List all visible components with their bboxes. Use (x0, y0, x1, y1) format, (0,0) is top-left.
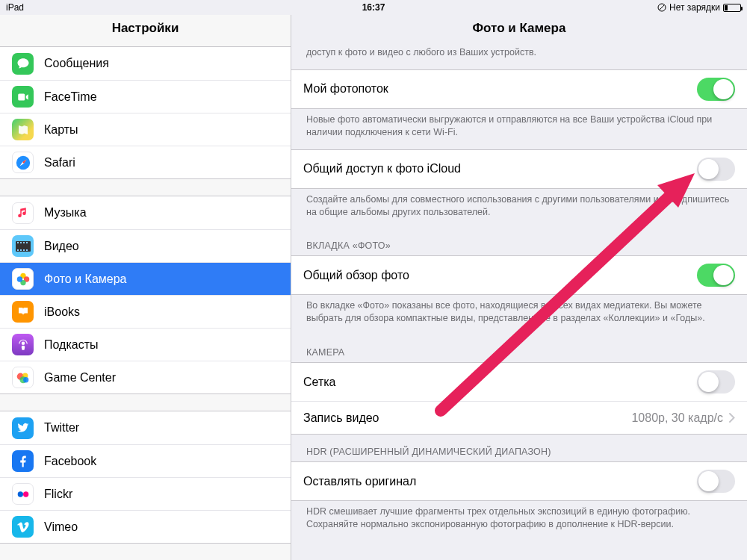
svg-point-16 (16, 276, 22, 281)
svg-rect-6 (20, 242, 22, 243)
ibooks-icon (12, 301, 34, 323)
photostream-row[interactable]: Мой фотопоток (291, 70, 747, 108)
sidebar-item-label: Карты (44, 123, 78, 137)
sidebar-item-flickr[interactable]: Flickr (0, 477, 291, 510)
svg-rect-10 (20, 249, 22, 251)
summarize-switch[interactable] (697, 264, 735, 287)
sidebar-item-maps[interactable]: Карты (0, 113, 291, 146)
device-name: iPad (6, 2, 24, 13)
svg-point-22 (17, 491, 22, 497)
sidebar-item-twitter[interactable]: Twitter (0, 411, 291, 444)
sidebar-item-label: Подкасты (44, 338, 98, 352)
row-label: Общий обзор фото (303, 269, 697, 282)
sidebar-item-gamecenter[interactable]: Game Center (0, 361, 291, 393)
flickr-icon (12, 483, 34, 505)
keep-original-switch[interactable] (697, 470, 735, 493)
icloud-sharing-switch[interactable] (697, 158, 735, 181)
battery-icon (723, 4, 741, 12)
detail-title: Фото и Камера (291, 15, 747, 46)
chevron-right-icon (729, 413, 735, 423)
row-label: Общий доступ к фото iCloud (303, 162, 697, 175)
vimeo-icon (12, 516, 34, 538)
record-video-row[interactable]: Запись видео 1080p, 30 кадр/с (291, 401, 747, 434)
sidebar-item-label: Facebook (44, 455, 96, 468)
svg-rect-8 (26, 242, 28, 243)
sidebar-item-label: Фото и Камера (44, 273, 127, 286)
sidebar-item-label: Safari (44, 156, 75, 169)
sidebar-item-facetime[interactable]: FaceTime (0, 80, 291, 113)
grid-switch[interactable] (697, 370, 735, 393)
sidebar-item-vimeo[interactable]: Vimeo (0, 510, 291, 543)
keep-original-row[interactable]: Оставлять оригинал (291, 462, 747, 500)
row-label: Запись видео (303, 411, 631, 425)
icloud-library-footer: доступ к фото и видео с любого из Ваших … (291, 46, 747, 69)
sidebar-item-messages[interactable]: Сообщения (0, 47, 291, 80)
gamecenter-icon (12, 367, 34, 388)
camera-header: Камера (291, 335, 747, 362)
facetime-icon (12, 86, 34, 108)
podcasts-icon (12, 334, 34, 355)
detail-pane: Фото и Камера доступ к фото и видео с лю… (291, 15, 747, 560)
hdr-footer: HDR смешивает лучшие фрагменты трех отде… (291, 501, 747, 541)
phototab-header: Вкладка «Фото» (291, 228, 747, 255)
row-label: Сетка (303, 376, 697, 389)
svg-rect-5 (17, 242, 19, 243)
facebook-icon (12, 450, 34, 472)
row-value: 1080p, 30 кадр/с (631, 411, 723, 425)
summarize-footer: Во вкладке «Фото» показаны все фото, нах… (291, 295, 747, 335)
photostream-footer: Новые фото автоматически выгружаются и о… (291, 109, 747, 149)
sidebar-item-label: Game Center (44, 371, 116, 385)
grid-row[interactable]: Сетка (291, 363, 747, 401)
sidebar-item-ibooks[interactable]: iBooks (0, 295, 291, 328)
sidebar-item-video[interactable]: Видео (0, 229, 291, 262)
sidebar: Настройки Сообщения FaceTime Карты Safar… (0, 15, 291, 560)
hdr-header: HDR (расширенный динамический диапазон) (291, 435, 747, 461)
sidebar-item-facebook[interactable]: Facebook (0, 444, 291, 477)
svg-rect-7 (23, 242, 25, 243)
sidebar-item-podcasts[interactable]: Подкасты (0, 328, 291, 361)
sidebar-item-safari[interactable]: Safari (0, 146, 291, 178)
photostream-switch[interactable] (697, 78, 735, 101)
icloud-sharing-row[interactable]: Общий доступ к фото iCloud (291, 150, 747, 188)
sidebar-item-label: Twitter (44, 421, 79, 435)
video-icon (12, 235, 34, 257)
twitter-icon (12, 417, 34, 439)
sidebar-item-label: Музыка (44, 206, 87, 220)
svg-rect-12 (26, 249, 28, 251)
row-label: Мой фотопоток (303, 82, 697, 96)
sidebar-item-label: Видео (44, 240, 79, 253)
sidebar-item-photos[interactable]: Фото и Камера (0, 262, 291, 295)
music-icon (12, 202, 34, 224)
sidebar-item-label: Vimeo (44, 520, 78, 534)
svg-point-17 (21, 341, 25, 345)
not-charging-icon (657, 3, 666, 12)
sidebar-title: Настройки (0, 15, 291, 46)
svg-point-23 (23, 491, 28, 497)
svg-rect-9 (17, 249, 19, 251)
row-label: Оставлять оригинал (303, 475, 697, 488)
summarize-row[interactable]: Общий обзор фото (291, 256, 747, 294)
icloud-sharing-footer: Создайте альбомы для совместного использ… (291, 189, 747, 229)
status-bar: iPad 16:37 Нет зарядки (0, 0, 747, 15)
maps-icon (12, 119, 34, 140)
sidebar-item-label: Flickr (44, 488, 72, 501)
safari-icon (12, 152, 34, 173)
sidebar-item-label: FaceTime (44, 90, 97, 104)
sidebar-item-music[interactable]: Музыка (0, 196, 291, 229)
svg-rect-2 (18, 93, 25, 100)
svg-line-1 (660, 5, 665, 10)
clock: 16:37 (362, 2, 385, 13)
charging-text: Нет зарядки (669, 2, 720, 13)
photos-icon (12, 268, 34, 290)
svg-rect-11 (23, 249, 25, 251)
message-icon (12, 53, 34, 75)
sidebar-item-label: iBooks (44, 305, 80, 319)
svg-point-21 (23, 377, 28, 382)
sidebar-item-label: Сообщения (44, 57, 109, 70)
